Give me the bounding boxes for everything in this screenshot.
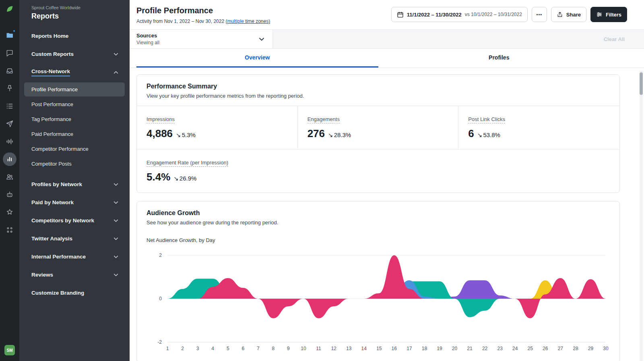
svg-text:18: 18 [422, 346, 427, 351]
sidebar-item-profile-performance[interactable]: Profile Performance [24, 82, 125, 96]
svg-text:3: 3 [196, 346, 199, 351]
apps-icon[interactable] [5, 226, 14, 234]
header-actions: 11/1/2022 – 11/30/2022 vs 10/1/2022 – 10… [391, 7, 627, 22]
pin-icon[interactable] [5, 84, 14, 93]
sidebar-item-competitor-posts[interactable]: Competitor Posts [19, 156, 130, 171]
sidebar-item-profiles-by-network[interactable]: Profiles by Network [19, 175, 130, 193]
sidebar-item-paid-performance[interactable]: Paid Performance [19, 127, 130, 142]
svg-text:10: 10 [301, 346, 306, 351]
activity-text: Activity from Nov 1, 2022 – Nov 30, 2022 [136, 18, 225, 24]
trend-down-icon: ↘ [328, 131, 333, 139]
sources-dropdown[interactable]: Sources Viewing all [130, 30, 273, 48]
notification-dot [12, 29, 16, 33]
metric-impressions: Impressions 4,886 ↘5.3% [137, 106, 298, 149]
more-options-button[interactable]: ••• [532, 7, 547, 22]
chevron-down-icon [114, 237, 118, 240]
svg-text:19: 19 [437, 346, 442, 351]
sidebar-item-paid-by-network[interactable]: Paid by Network [19, 193, 130, 211]
trend-down-icon: ↘ [173, 175, 179, 182]
svg-text:9: 9 [287, 346, 290, 351]
metric-label[interactable]: Engagement Rate (per Impression) [147, 160, 228, 167]
sidebar-item-cross-network[interactable]: Cross-Network [19, 63, 130, 81]
svg-text:1: 1 [166, 346, 169, 351]
chart-block: Net Audience Growth, by Day 20-212345678… [137, 232, 619, 361]
metric-delta: ↘53.8% [477, 131, 500, 139]
svg-text:5: 5 [227, 346, 229, 351]
sprout-logo[interactable] [5, 4, 14, 13]
filters-button[interactable]: Filters [590, 7, 627, 22]
sidebar-item-label: Post Performance [31, 101, 73, 107]
folder-icon[interactable] [5, 31, 14, 40]
tz-rest: time zones) [244, 18, 270, 24]
calendar-icon [397, 11, 404, 18]
sidebar-item-twitter-analysis[interactable]: Twitter Analysis [19, 230, 130, 248]
sidebar-item-label: Reviews [31, 272, 53, 278]
metric-post-link-clicks: Post Link Clicks 6 ↘53.8% [458, 106, 619, 149]
share-label: Share [566, 12, 581, 18]
svg-text:29: 29 [588, 346, 594, 351]
metric-value: 5.4% [147, 171, 170, 183]
reports-icon[interactable] [3, 152, 17, 166]
sidebar-item-label: Cross-Network [31, 68, 70, 76]
clear-all-button[interactable]: Clear All [604, 36, 625, 42]
list-icon[interactable] [5, 102, 14, 111]
svg-text:30: 30 [603, 346, 609, 351]
svg-text:25: 25 [528, 346, 533, 351]
svg-text:11: 11 [316, 346, 321, 351]
svg-text:21: 21 [467, 346, 473, 351]
sidebar-item-label: Paid by Network [31, 199, 74, 205]
star-icon[interactable] [5, 208, 14, 217]
svg-text:20: 20 [452, 346, 458, 351]
metric-label[interactable]: Engagements [308, 116, 340, 123]
sidebar-item-label: Customize Branding [31, 290, 84, 296]
svg-text:2: 2 [159, 252, 162, 258]
tab-overview[interactable]: Overview [136, 49, 378, 68]
scrollbar-thumb[interactable] [640, 72, 643, 95]
share-button[interactable]: Share [551, 7, 586, 22]
card-title: Audience Growth [147, 209, 610, 217]
chat-icon[interactable] [5, 49, 14, 57]
chart-title: Net Audience Growth, by Day [147, 237, 610, 243]
people-icon[interactable] [5, 172, 14, 181]
sidebar-item-internal-performance[interactable]: Internal Performance [19, 248, 130, 266]
user-avatar[interactable]: SM [4, 345, 15, 355]
send-icon[interactable] [5, 119, 14, 128]
card-description: View your key profile performance metric… [147, 93, 610, 99]
svg-text:26: 26 [543, 346, 548, 351]
tab-profiles[interactable]: Profiles [378, 49, 620, 68]
scrollbar-track[interactable] [640, 71, 643, 361]
sidebar-item-custom-reports[interactable]: Custom Reports [19, 45, 130, 63]
sidebar-item-tag-performance[interactable]: Tag Performance [19, 112, 130, 127]
sidebar-item-customize-branding[interactable]: Customize Branding [19, 284, 130, 302]
card-title: Performance Summary [147, 83, 610, 90]
chevron-down-icon [114, 183, 118, 186]
listening-icon[interactable] [5, 137, 14, 146]
svg-text:23: 23 [497, 346, 503, 351]
date-range-button[interactable]: 11/1/2022 – 11/30/2022 vs 10/1/2022 – 10… [391, 7, 528, 22]
sidebar-item-label: Twitter Analysis [31, 236, 72, 242]
sidebar-item-reviews[interactable]: Reviews [19, 266, 130, 284]
metrics-grid: Impressions 4,886 ↘5.3% Engagements 276 … [137, 106, 619, 193]
sidebar-item-competitor-performance[interactable]: Competitor Performance [19, 142, 130, 156]
sidebar-item-reports-home[interactable]: Reports Home [19, 27, 130, 45]
metric-label[interactable]: Impressions [147, 116, 175, 123]
sidebar-item-label: Paid Performance [31, 131, 73, 137]
sidebar-item-label: Profiles by Network [31, 181, 82, 187]
card-description: See how your audience grew during the re… [147, 219, 610, 226]
svg-text:2: 2 [181, 346, 184, 351]
trend-down-icon: ↘ [477, 131, 483, 139]
filters-icon [596, 11, 603, 18]
metric-label[interactable]: Post Link Clicks [468, 116, 505, 123]
inbox-icon[interactable] [5, 66, 14, 75]
sidebar-item-post-performance[interactable]: Post Performance [19, 97, 130, 112]
report-tabs: Overview Profiles [130, 49, 644, 68]
main-panel: Profile Performance Activity from Nov 1,… [130, 0, 644, 361]
svg-text:-2: -2 [157, 339, 162, 345]
sidebar-item-competitors-by-network[interactable]: Competitors by Network [19, 211, 130, 230]
bot-icon[interactable] [5, 190, 14, 199]
trend-down-icon: ↘ [176, 131, 181, 139]
metric-value: 4,886 [147, 127, 173, 140]
timezone-link[interactable]: (multiple time zones) [225, 18, 270, 24]
delta-value: 5.3% [182, 131, 196, 138]
net-audience-growth-chart: 20-2123456789101112131415161718192021222… [147, 251, 610, 353]
